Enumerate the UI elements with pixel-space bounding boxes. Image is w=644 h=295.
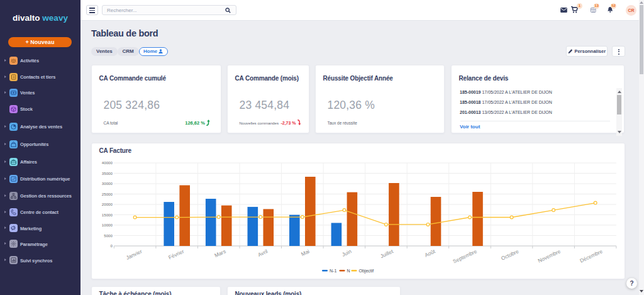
svg-text:Avril: Avril <box>257 248 269 258</box>
svg-text:20000: 20000 <box>102 202 113 206</box>
svg-text:40000: 40000 <box>102 160 113 165</box>
svg-text:Objectif: Objectif <box>359 269 374 274</box>
svg-text:N-1: N-1 <box>330 269 336 273</box>
svg-text:25000: 25000 <box>102 192 113 196</box>
svg-text:Juillet: Juillet <box>379 248 394 259</box>
svg-text:15000: 15000 <box>102 213 113 217</box>
svg-text:Octobre: Octobre <box>500 248 520 262</box>
svg-text:0: 0 <box>111 243 113 248</box>
svg-text:Août: Août <box>423 248 436 259</box>
svg-text:Mai: Mai <box>300 248 311 257</box>
svg-text:N: N <box>347 269 350 273</box>
svg-text:Septembre: Septembre <box>452 248 478 265</box>
svg-text:35000: 35000 <box>102 171 113 175</box>
svg-text:Novembre: Novembre <box>537 248 562 264</box>
svg-text:5000: 5000 <box>104 233 113 238</box>
svg-text:Décembre: Décembre <box>579 248 604 264</box>
svg-text:30000: 30000 <box>102 181 113 186</box>
svg-text:Juin: Juin <box>341 248 352 258</box>
svg-text:Mars: Mars <box>213 248 226 259</box>
svg-text:10000: 10000 <box>102 223 113 227</box>
svg-text:Février: Février <box>167 248 185 260</box>
svg-text:Janvier: Janvier <box>125 248 143 261</box>
